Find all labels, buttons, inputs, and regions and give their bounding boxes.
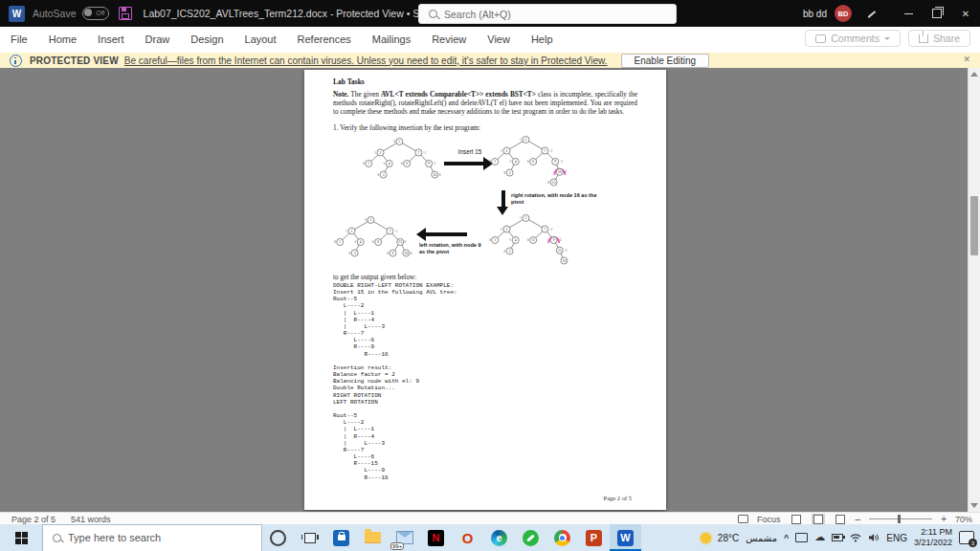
svg-text:16: 16 [433, 173, 436, 177]
comments-label: Comments [831, 33, 880, 44]
comments-button[interactable]: Comments [805, 30, 901, 47]
word-count[interactable]: 541 words [71, 515, 111, 524]
search-box[interactable]: Search (Alt+Q) [418, 4, 677, 24]
cortana-button[interactable] [262, 524, 294, 551]
svg-text:0: 0 [363, 162, 365, 165]
svg-text:16: 16 [563, 259, 567, 263]
edge-button[interactable]: e [483, 524, 515, 551]
autosave-toggle[interactable]: Off [82, 7, 109, 20]
word-app-icon: W [9, 6, 25, 22]
close-icon[interactable]: ✕ [963, 55, 970, 64]
tab-design[interactable]: Design [180, 27, 234, 53]
svg-text:+1: +1 [500, 228, 503, 231]
touch-keyboard-icon[interactable] [795, 533, 808, 542]
restore-button[interactable] [923, 0, 951, 27]
netflix-button[interactable]: N [420, 524, 452, 551]
zoom-slider-thumb[interactable] [898, 515, 901, 523]
tab-view[interactable]: View [477, 27, 521, 53]
tab-home[interactable]: Home [38, 27, 87, 53]
office-button[interactable]: O [452, 524, 483, 551]
svg-text:0: 0 [349, 252, 351, 255]
svg-text:-1: -1 [383, 162, 386, 165]
tab-draw[interactable]: Draw [135, 27, 181, 53]
weather-desc[interactable]: مشمس [746, 533, 777, 543]
svg-text:0: 0 [365, 218, 367, 222]
zoom-out-button[interactable]: – [856, 514, 861, 524]
svg-text:15: 15 [558, 249, 562, 253]
read-mode-button[interactable] [790, 514, 803, 524]
tab-mailings[interactable]: Mailings [362, 27, 421, 53]
arrow-down-icon [501, 190, 505, 208]
volume-icon[interactable] [868, 533, 880, 542]
avatar[interactable]: BD [835, 5, 852, 22]
svg-text:-1: -1 [564, 170, 567, 174]
enable-editing-button[interactable]: Enable Editing [621, 54, 710, 68]
file-explorer-button[interactable] [357, 524, 389, 551]
store-button[interactable] [325, 524, 357, 551]
svg-text:2: 2 [506, 149, 508, 153]
chrome-button[interactable] [546, 524, 578, 551]
scroll-down-icon[interactable] [970, 503, 978, 508]
task-view-button[interactable] [294, 524, 325, 551]
svg-text:1: 1 [494, 238, 496, 242]
svg-text:0: 0 [489, 160, 491, 164]
avl-tree-after-insert: 5+12+17+2104-130609+216-1150 [486, 133, 568, 190]
zoom-in-button[interactable]: + [941, 514, 947, 524]
language-indicator[interactable]: ENG [886, 533, 907, 543]
taskbar-search-placeholder: Type here to search [68, 532, 161, 543]
zoom-level[interactable]: 70% [955, 515, 972, 524]
draw-pen-icon[interactable] [865, 7, 879, 20]
whatsapp-button[interactable] [515, 524, 546, 551]
page-indicator[interactable]: Page 2 of 5 [11, 515, 56, 524]
shield-info-icon [10, 55, 22, 67]
battery-icon[interactable] [832, 534, 843, 541]
svg-text:0: 0 [405, 240, 407, 244]
focus-button[interactable]: Focus [757, 515, 781, 524]
zoom-slider[interactable] [869, 518, 932, 519]
desktop: W AutoSave Off Lab07_ICS202_AVLTrees_Ter… [0, 0, 980, 551]
start-button[interactable] [0, 524, 42, 551]
document-page[interactable]: Lab Tasks Note. The given AVL<T extends … [304, 70, 666, 510]
scroll-up-icon[interactable] [970, 72, 978, 77]
note-paragraph: Note. The given AVL<T extends Comparable… [333, 91, 637, 117]
chrome-icon [554, 530, 570, 546]
svg-text:3: 3 [383, 173, 385, 177]
tab-references[interactable]: References [287, 27, 362, 53]
svg-text:1: 1 [339, 240, 341, 244]
minimize-button[interactable] [894, 0, 923, 27]
clock[interactable]: 2:11 PM 3/21/2022 [914, 527, 952, 549]
onedrive-cloud-icon[interactable]: ☁ [814, 533, 825, 542]
save-icon[interactable] [119, 7, 132, 20]
tab-insert[interactable]: Insert [87, 27, 135, 53]
tab-file[interactable]: File [0, 27, 38, 53]
powerpoint-button[interactable]: P [578, 524, 610, 551]
close-button[interactable]: ✕ [951, 0, 980, 27]
notification-center-icon[interactable]: 3 [959, 531, 974, 544]
svg-text:+1: +1 [564, 249, 568, 253]
share-button[interactable]: Share [908, 30, 970, 47]
tab-help[interactable]: Help [521, 27, 564, 53]
tray-expand-icon[interactable]: ^ [784, 533, 789, 542]
tab-layout[interactable]: Layout [234, 27, 287, 53]
svg-text:15: 15 [552, 181, 556, 185]
cortana-icon [270, 530, 286, 546]
scrollbar-thumb[interactable] [970, 196, 978, 255]
svg-text:5: 5 [399, 140, 401, 143]
netflix-icon: N [428, 530, 444, 546]
tab-review[interactable]: Review [421, 27, 477, 53]
web-layout-button[interactable] [834, 514, 847, 524]
svg-text:0: 0 [372, 240, 374, 244]
mail-button[interactable]: 99+ [389, 524, 420, 551]
arrow-right-icon [444, 162, 484, 165]
weather-temp[interactable]: 28°C [718, 533, 739, 543]
word-button-active[interactable]: W [610, 524, 641, 551]
svg-text:2: 2 [380, 151, 382, 155]
avl-tree-initial: 502+17+1104-130609-1160 [360, 135, 442, 192]
minimize-icon [904, 13, 913, 14]
svg-text:+2: +2 [549, 149, 553, 153]
wifi-icon[interactable] [850, 533, 861, 542]
web-layout-icon [835, 515, 845, 524]
print-layout-button[interactable] [812, 514, 825, 524]
vertical-scrollbar[interactable] [968, 68, 980, 512]
taskbar-search-box[interactable]: Type here to search [42, 524, 262, 551]
